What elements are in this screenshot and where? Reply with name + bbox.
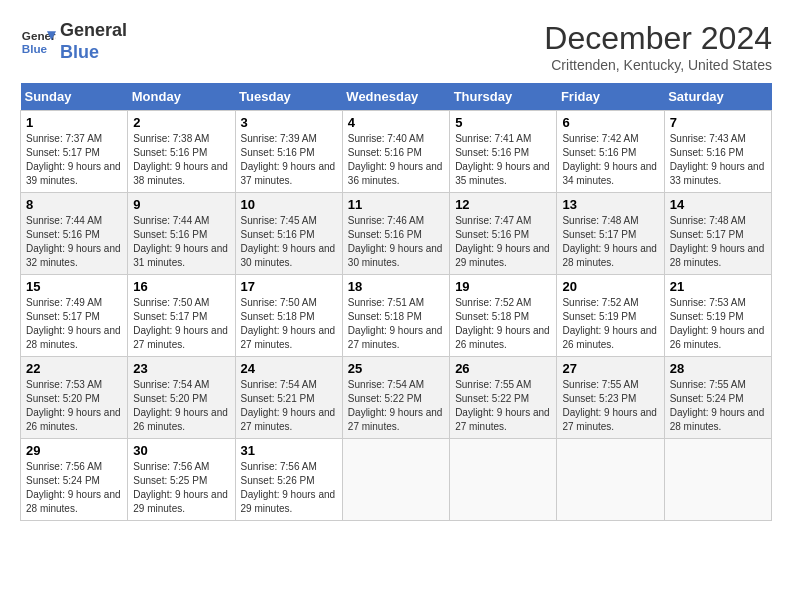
day-info: Sunrise: 7:53 AMSunset: 5:19 PMDaylight:… <box>670 297 765 350</box>
calendar-cell: 3Sunrise: 7:39 AMSunset: 5:16 PMDaylight… <box>235 111 342 193</box>
day-info: Sunrise: 7:45 AMSunset: 5:16 PMDaylight:… <box>241 215 336 268</box>
calendar-cell: 30Sunrise: 7:56 AMSunset: 5:25 PMDayligh… <box>128 439 235 521</box>
day-number: 24 <box>241 361 337 376</box>
day-number: 31 <box>241 443 337 458</box>
calendar-cell: 19Sunrise: 7:52 AMSunset: 5:18 PMDayligh… <box>450 275 557 357</box>
calendar-cell: 18Sunrise: 7:51 AMSunset: 5:18 PMDayligh… <box>342 275 449 357</box>
calendar-cell: 9Sunrise: 7:44 AMSunset: 5:16 PMDaylight… <box>128 193 235 275</box>
day-number: 28 <box>670 361 766 376</box>
day-number: 27 <box>562 361 658 376</box>
weekday-header-thursday: Thursday <box>450 83 557 111</box>
day-info: Sunrise: 7:52 AMSunset: 5:18 PMDaylight:… <box>455 297 550 350</box>
calendar-table: SundayMondayTuesdayWednesdayThursdayFrid… <box>20 83 772 521</box>
calendar-cell: 12Sunrise: 7:47 AMSunset: 5:16 PMDayligh… <box>450 193 557 275</box>
day-number: 2 <box>133 115 229 130</box>
day-info: Sunrise: 7:53 AMSunset: 5:20 PMDaylight:… <box>26 379 121 432</box>
day-number: 26 <box>455 361 551 376</box>
day-info: Sunrise: 7:51 AMSunset: 5:18 PMDaylight:… <box>348 297 443 350</box>
day-number: 16 <box>133 279 229 294</box>
calendar-cell: 1Sunrise: 7:37 AMSunset: 5:17 PMDaylight… <box>21 111 128 193</box>
day-info: Sunrise: 7:37 AMSunset: 5:17 PMDaylight:… <box>26 133 121 186</box>
logo: General Blue General Blue <box>20 20 127 63</box>
day-info: Sunrise: 7:48 AMSunset: 5:17 PMDaylight:… <box>562 215 657 268</box>
calendar-cell: 5Sunrise: 7:41 AMSunset: 5:16 PMDaylight… <box>450 111 557 193</box>
weekday-header-monday: Monday <box>128 83 235 111</box>
day-info: Sunrise: 7:50 AMSunset: 5:17 PMDaylight:… <box>133 297 228 350</box>
calendar-cell <box>342 439 449 521</box>
calendar-cell: 21Sunrise: 7:53 AMSunset: 5:19 PMDayligh… <box>664 275 771 357</box>
day-info: Sunrise: 7:55 AMSunset: 5:23 PMDaylight:… <box>562 379 657 432</box>
weekday-header-wednesday: Wednesday <box>342 83 449 111</box>
day-info: Sunrise: 7:44 AMSunset: 5:16 PMDaylight:… <box>133 215 228 268</box>
title-section: December 2024 Crittenden, Kentucky, Unit… <box>544 20 772 73</box>
calendar-week-row: 22Sunrise: 7:53 AMSunset: 5:20 PMDayligh… <box>21 357 772 439</box>
day-info: Sunrise: 7:47 AMSunset: 5:16 PMDaylight:… <box>455 215 550 268</box>
day-number: 1 <box>26 115 122 130</box>
calendar-cell: 31Sunrise: 7:56 AMSunset: 5:26 PMDayligh… <box>235 439 342 521</box>
day-number: 10 <box>241 197 337 212</box>
day-info: Sunrise: 7:55 AMSunset: 5:22 PMDaylight:… <box>455 379 550 432</box>
day-number: 18 <box>348 279 444 294</box>
calendar-cell: 11Sunrise: 7:46 AMSunset: 5:16 PMDayligh… <box>342 193 449 275</box>
day-info: Sunrise: 7:56 AMSunset: 5:25 PMDaylight:… <box>133 461 228 514</box>
calendar-cell: 28Sunrise: 7:55 AMSunset: 5:24 PMDayligh… <box>664 357 771 439</box>
calendar-cell: 7Sunrise: 7:43 AMSunset: 5:16 PMDaylight… <box>664 111 771 193</box>
weekday-header-row: SundayMondayTuesdayWednesdayThursdayFrid… <box>21 83 772 111</box>
day-number: 19 <box>455 279 551 294</box>
day-number: 4 <box>348 115 444 130</box>
calendar-cell: 22Sunrise: 7:53 AMSunset: 5:20 PMDayligh… <box>21 357 128 439</box>
calendar-cell: 8Sunrise: 7:44 AMSunset: 5:16 PMDaylight… <box>21 193 128 275</box>
day-info: Sunrise: 7:38 AMSunset: 5:16 PMDaylight:… <box>133 133 228 186</box>
day-number: 21 <box>670 279 766 294</box>
calendar-cell: 26Sunrise: 7:55 AMSunset: 5:22 PMDayligh… <box>450 357 557 439</box>
day-number: 29 <box>26 443 122 458</box>
weekday-header-sunday: Sunday <box>21 83 128 111</box>
calendar-cell: 2Sunrise: 7:38 AMSunset: 5:16 PMDaylight… <box>128 111 235 193</box>
day-info: Sunrise: 7:55 AMSunset: 5:24 PMDaylight:… <box>670 379 765 432</box>
day-info: Sunrise: 7:41 AMSunset: 5:16 PMDaylight:… <box>455 133 550 186</box>
calendar-week-row: 1Sunrise: 7:37 AMSunset: 5:17 PMDaylight… <box>21 111 772 193</box>
day-number: 12 <box>455 197 551 212</box>
page-header: General Blue General Blue December 2024 … <box>20 20 772 73</box>
calendar-cell: 29Sunrise: 7:56 AMSunset: 5:24 PMDayligh… <box>21 439 128 521</box>
calendar-cell: 15Sunrise: 7:49 AMSunset: 5:17 PMDayligh… <box>21 275 128 357</box>
day-info: Sunrise: 7:52 AMSunset: 5:19 PMDaylight:… <box>562 297 657 350</box>
day-number: 3 <box>241 115 337 130</box>
calendar-cell: 24Sunrise: 7:54 AMSunset: 5:21 PMDayligh… <box>235 357 342 439</box>
day-info: Sunrise: 7:54 AMSunset: 5:20 PMDaylight:… <box>133 379 228 432</box>
day-number: 15 <box>26 279 122 294</box>
calendar-week-row: 29Sunrise: 7:56 AMSunset: 5:24 PMDayligh… <box>21 439 772 521</box>
calendar-cell: 25Sunrise: 7:54 AMSunset: 5:22 PMDayligh… <box>342 357 449 439</box>
day-info: Sunrise: 7:56 AMSunset: 5:24 PMDaylight:… <box>26 461 121 514</box>
logo-icon: General Blue <box>20 24 56 60</box>
day-number: 25 <box>348 361 444 376</box>
day-number: 14 <box>670 197 766 212</box>
calendar-cell: 27Sunrise: 7:55 AMSunset: 5:23 PMDayligh… <box>557 357 664 439</box>
calendar-week-row: 8Sunrise: 7:44 AMSunset: 5:16 PMDaylight… <box>21 193 772 275</box>
day-number: 30 <box>133 443 229 458</box>
day-info: Sunrise: 7:39 AMSunset: 5:16 PMDaylight:… <box>241 133 336 186</box>
day-info: Sunrise: 7:54 AMSunset: 5:22 PMDaylight:… <box>348 379 443 432</box>
calendar-cell: 14Sunrise: 7:48 AMSunset: 5:17 PMDayligh… <box>664 193 771 275</box>
day-info: Sunrise: 7:43 AMSunset: 5:16 PMDaylight:… <box>670 133 765 186</box>
calendar-cell <box>557 439 664 521</box>
day-number: 17 <box>241 279 337 294</box>
day-number: 5 <box>455 115 551 130</box>
calendar-cell: 16Sunrise: 7:50 AMSunset: 5:17 PMDayligh… <box>128 275 235 357</box>
day-number: 22 <box>26 361 122 376</box>
day-number: 23 <box>133 361 229 376</box>
day-info: Sunrise: 7:54 AMSunset: 5:21 PMDaylight:… <box>241 379 336 432</box>
day-number: 8 <box>26 197 122 212</box>
weekday-header-friday: Friday <box>557 83 664 111</box>
location-subtitle: Crittenden, Kentucky, United States <box>544 57 772 73</box>
day-info: Sunrise: 7:56 AMSunset: 5:26 PMDaylight:… <box>241 461 336 514</box>
logo-text-line1: General <box>60 20 127 42</box>
day-info: Sunrise: 7:48 AMSunset: 5:17 PMDaylight:… <box>670 215 765 268</box>
month-year-title: December 2024 <box>544 20 772 57</box>
day-number: 9 <box>133 197 229 212</box>
day-number: 6 <box>562 115 658 130</box>
calendar-cell: 20Sunrise: 7:52 AMSunset: 5:19 PMDayligh… <box>557 275 664 357</box>
day-number: 13 <box>562 197 658 212</box>
calendar-cell: 23Sunrise: 7:54 AMSunset: 5:20 PMDayligh… <box>128 357 235 439</box>
calendar-cell: 17Sunrise: 7:50 AMSunset: 5:18 PMDayligh… <box>235 275 342 357</box>
